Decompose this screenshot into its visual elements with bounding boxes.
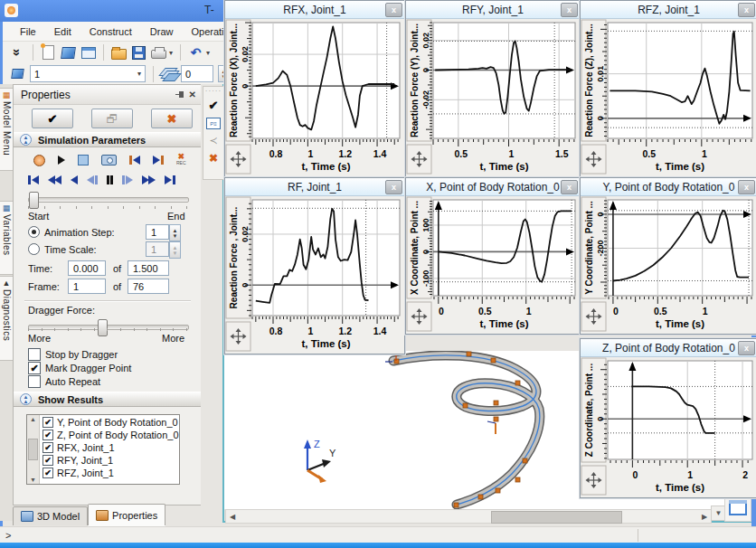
close-icon[interactable]: x xyxy=(561,180,578,194)
new-window-icon[interactable] xyxy=(80,45,96,61)
preview-page-icon[interactable]: P≡ xyxy=(206,118,221,129)
chart-window-titlebar[interactable]: X, Point of Body Rotation_0 x xyxy=(406,178,580,196)
section-show-results[interactable]: ▲▲ Show Results xyxy=(14,392,202,407)
frame-total-field[interactable]: 76 xyxy=(128,279,169,294)
chart-window-z-point[interactable]: Z, Point of Body Rotation_0 x 012t, Time… xyxy=(580,338,756,498)
save-icon[interactable] xyxy=(131,45,146,61)
collapse-toolbar-icon[interactable]: » xyxy=(10,45,25,61)
chart-window-titlebar[interactable]: RF, Joint_1 x xyxy=(225,178,404,196)
close-icon[interactable]: x xyxy=(738,180,755,194)
menu-construct[interactable]: Construct xyxy=(81,24,140,39)
list-item[interactable]: ✔ Y, Point of Body Rotation_0 xyxy=(40,416,179,429)
frame-value-field[interactable]: 1 xyxy=(68,279,106,294)
camera-icon[interactable] xyxy=(101,155,117,165)
checkbox-mark-dragger-point[interactable]: ✔ Mark Dragger Point xyxy=(28,362,131,374)
stop-icon[interactable] xyxy=(78,155,89,165)
page-combo[interactable]: 1 ▾ xyxy=(30,65,146,82)
chart-window-titlebar[interactable]: RFZ, Joint_1 x xyxy=(581,1,756,19)
toolbar-grip[interactable]: ····· xyxy=(205,89,222,93)
scroll-thumb[interactable] xyxy=(28,439,38,460)
list-item[interactable]: ✔ Z, Point of Body Rotation_0 xyxy=(40,429,179,441)
undo-dropdown-caret[interactable]: ▾ xyxy=(206,49,210,57)
properties-panel-header[interactable]: Properties ✕ xyxy=(14,85,202,105)
frame-back-icon[interactable] xyxy=(87,175,98,184)
checkbox[interactable] xyxy=(28,375,41,388)
checkbox[interactable]: ✔ xyxy=(43,455,53,466)
checkbox-stop-by-dragger[interactable]: Stop by Dragger xyxy=(28,348,118,361)
sidebar-tab-diagnostics[interactable]: ▲ Diagnostics xyxy=(0,276,14,361)
chart-window-titlebar[interactable]: RFX, Joint_1 x xyxy=(225,1,404,19)
list-item[interactable]: ✔ RFY, Joint_1 xyxy=(40,454,179,467)
collapse-icon[interactable]: ▲▲ xyxy=(20,134,32,146)
undo-icon[interactable]: ↶ xyxy=(188,45,203,61)
preview-button[interactable]: 🗗 xyxy=(91,109,133,128)
pin-icon[interactable] xyxy=(175,90,184,99)
chart-window-titlebar[interactable]: Z, Point of Body Rotation_0 x xyxy=(581,339,756,357)
checkbox[interactable]: ✔ xyxy=(43,430,53,440)
results-scrollbar[interactable]: ▲ ▼ xyxy=(27,415,40,484)
chart-window-titlebar[interactable]: Y, Point of Body Rotation_0 x xyxy=(581,178,756,196)
layer-value-box[interactable]: 0 xyxy=(181,65,213,82)
close-icon[interactable]: x xyxy=(385,180,402,194)
apply-button[interactable]: ✔ xyxy=(32,109,73,128)
sidebar-tab-model-menu[interactable]: ▦ Model Menu xyxy=(0,88,14,171)
to-end-icon[interactable] xyxy=(153,156,164,165)
play-icon[interactable] xyxy=(58,156,65,165)
scroll-up-icon[interactable]: ▲ xyxy=(30,416,36,422)
tab-3d-model[interactable]: 3D Model xyxy=(13,506,88,525)
open-folder-icon[interactable] xyxy=(111,45,127,61)
scroll-left-icon[interactable]: ◀ xyxy=(226,511,239,522)
chart-window-x-point[interactable]: X, Point of Body Rotation_0 x 00.51t, Ti… xyxy=(405,177,581,335)
section-simulation-parameters[interactable]: ▲▲ Simulation Parameters xyxy=(14,132,202,147)
menu-file[interactable]: File xyxy=(12,24,44,39)
menu-draw[interactable]: Draw xyxy=(142,24,182,39)
checkbox[interactable]: ✔ xyxy=(43,417,53,428)
list-item[interactable]: ✔ RFZ, Joint_1 xyxy=(40,467,179,479)
scroll-down-icon[interactable]: ▼ xyxy=(30,477,36,483)
sidebar-tab-variables[interactable]: ▦ Variables xyxy=(0,201,14,275)
cancel-x-icon[interactable]: ✖ xyxy=(209,152,218,165)
print-dropdown-caret[interactable]: ▾ xyxy=(169,49,173,57)
chart-window-rfx[interactable]: RFX, Joint_1 x 0.811.21.4t, Time (s)0.02… xyxy=(224,0,405,177)
chart-window-titlebar[interactable]: RFY, Joint_1 x xyxy=(406,1,580,19)
checkbox[interactable]: ✔ xyxy=(43,442,53,453)
scroll-right-icon[interactable]: ▶ xyxy=(698,511,711,522)
close-icon[interactable]: x xyxy=(561,3,578,17)
checkbox[interactable]: ✔ xyxy=(28,362,41,374)
chart-window-rf[interactable]: RF, Joint_1 x 0.811.21.4t, Time (s)0.020… xyxy=(224,177,405,354)
new-document-icon[interactable] xyxy=(41,45,56,61)
chart-window-rfy[interactable]: RFY, Joint_1 x 0.511.5t, Time (s)0.020-0… xyxy=(405,0,581,177)
time-value-field[interactable]: 0.000 xyxy=(68,260,106,276)
close-icon[interactable]: x xyxy=(738,3,755,17)
checkbox[interactable] xyxy=(28,348,41,361)
viewport-hscrollbar[interactable]: ◀ ▶ xyxy=(225,509,712,524)
share-icon[interactable]: ≺ xyxy=(209,135,217,146)
skip-end-icon[interactable] xyxy=(165,175,175,184)
list-item[interactable]: ✔ RFX, Joint_1 xyxy=(40,441,179,454)
animation-step-field[interactable]: 1 xyxy=(146,224,169,240)
menu-edit[interactable]: Edit xyxy=(46,24,80,39)
step-back-icon[interactable] xyxy=(71,175,78,184)
animation-step-spinner[interactable]: ▲▼ xyxy=(169,224,181,241)
checkbox-auto-repeat[interactable]: Auto Repeat xyxy=(28,375,100,388)
checkbox[interactable]: ✔ xyxy=(43,468,53,478)
timeline-slider[interactable] xyxy=(28,197,189,203)
close-icon[interactable]: ✕ xyxy=(189,90,196,99)
chart-window-rfz[interactable]: RFZ, Joint_1 x 0.51t, Time (s)0.010React… xyxy=(580,0,756,177)
to-start-icon[interactable] xyxy=(129,156,140,165)
ok-icon[interactable]: ✔ xyxy=(209,99,219,112)
new-3d-model-icon[interactable] xyxy=(61,45,76,61)
chart-window-y-point[interactable]: Y, Point of Body Rotation_0 x 00.51t, Ti… xyxy=(580,177,756,335)
skip-start-icon[interactable] xyxy=(28,175,39,184)
time-total-field[interactable]: 1.500 xyxy=(128,260,169,276)
frame-forward-icon[interactable] xyxy=(122,175,133,184)
pause-icon[interactable] xyxy=(107,175,113,184)
fast-forward-icon[interactable] xyxy=(142,175,156,184)
cancel-button[interactable]: ✖ xyxy=(151,109,193,128)
page-combo-caret[interactable]: ▾ xyxy=(137,70,141,78)
tab-properties[interactable]: Properties xyxy=(88,504,165,525)
close-icon[interactable]: x xyxy=(738,341,755,355)
close-icon[interactable]: x xyxy=(385,3,402,17)
stop-record-icon[interactable]: ✖REC xyxy=(176,154,186,166)
time-scale-radio[interactable] xyxy=(28,243,40,255)
